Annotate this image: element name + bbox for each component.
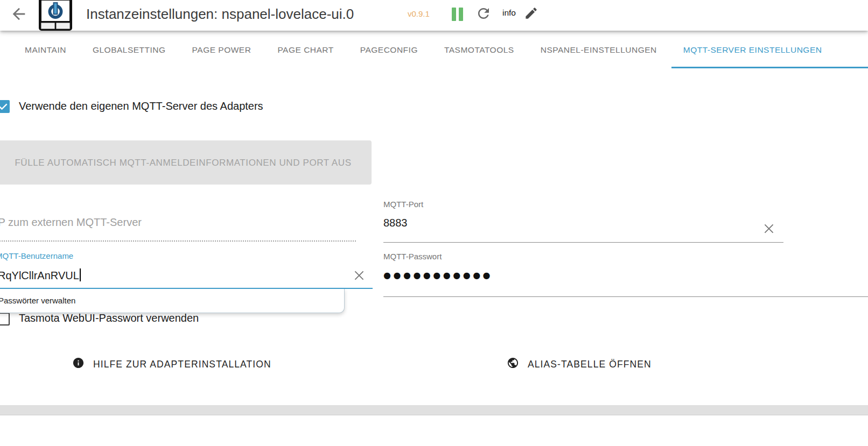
power-icon <box>46 2 65 20</box>
password-autocomplete-dropdown: Passwörter verwalten <box>0 289 345 313</box>
tab-maintain[interactable]: MAINTAIN <box>25 31 66 69</box>
autofill-mqtt-credentials-button[interactable]: FÜLLE AUTOMATISCH MQTT-ANMELDEINFORMATIO… <box>0 140 372 185</box>
info-circle-icon <box>72 357 85 372</box>
external-mqtt-ip-input[interactable]: IP zum externen MQTT-Server <box>0 216 142 229</box>
reload-instance-button[interactable] <box>475 5 492 23</box>
app-header: Instanzeinstellungen: nspanel-lovelace-u… <box>0 0 868 31</box>
mqtt-password-label: MQTT-Passwort <box>383 252 442 261</box>
nspanel-screen <box>41 1 69 21</box>
external-mqtt-ip-underline <box>0 240 356 242</box>
tab-page-chart[interactable]: PAGE CHART <box>277 31 333 69</box>
mqtt-port-label: MQTT-Port <box>383 200 423 209</box>
use-own-mqtt-checkbox[interactable] <box>0 100 10 113</box>
manage-passwords-item[interactable]: Passwörter verwalten <box>0 289 344 313</box>
mqtt-password-underline <box>383 296 868 297</box>
mqtt-port-input[interactable]: 8883 <box>383 217 408 229</box>
close-icon <box>762 229 776 237</box>
globe-icon <box>507 357 519 372</box>
instance-settings-page: Instanzeinstellungen: nspanel-lovelace-u… <box>0 0 868 446</box>
settings-tab-bar: MAINTAIN GLOBALSETTING PAGE POWER PAGE C… <box>0 31 868 69</box>
use-own-mqtt-label[interactable]: Verwende den eigenen MQTT-Server des Ada… <box>19 100 263 112</box>
page-title: Instanzeinstellungen: nspanel-lovelace-u… <box>86 6 354 23</box>
nspanel-buttons <box>41 23 70 29</box>
adapter-logo <box>39 0 72 31</box>
adapter-install-help-label: HILFE ZUR ADAPTERINSTALLATION <box>93 359 271 370</box>
version-badge: v0.9.1 <box>408 9 430 18</box>
open-alias-table-label: ALIAS-TABELLE ÖFFNEN <box>528 359 652 370</box>
tab-tasmotatools[interactable]: TASMOTATOOLS <box>444 31 514 69</box>
bottom-toolbar <box>0 405 868 415</box>
tab-globalsetting[interactable]: GLOBALSETTING <box>93 31 166 69</box>
open-alias-table-button[interactable]: ALIAS-TABELLE ÖFFNEN <box>507 357 652 372</box>
arrow-back-icon <box>10 17 28 25</box>
adapter-install-help-button[interactable]: HILFE ZUR ADAPTERINSTALLATION <box>72 357 271 372</box>
close-icon <box>352 276 366 284</box>
mqtt-port-underline <box>383 242 783 243</box>
mqtt-username-underline <box>0 288 373 289</box>
use-tasmota-password-label[interactable]: Tasmota WebUI-Passwort verwenden <box>19 312 199 324</box>
tab-nspanel-einstellungen[interactable]: NSPANEL-EINSTELLUNGEN <box>541 31 657 69</box>
tab-pageconfig[interactable]: PAGECONFIG <box>360 31 418 69</box>
pause-instance-button[interactable] <box>451 7 466 22</box>
log-level-info-label[interactable]: info <box>502 8 516 18</box>
mqtt-password-input[interactable]: ●●●●●●●●●●● <box>383 270 493 280</box>
tab-page-power[interactable]: PAGE POWER <box>192 31 251 69</box>
pencil-icon <box>524 14 538 22</box>
refresh-icon <box>475 15 492 23</box>
text-caret <box>80 268 81 281</box>
use-tasmota-password-checkbox[interactable] <box>0 313 10 325</box>
edit-button[interactable] <box>523 6 538 21</box>
clear-port-button[interactable] <box>761 221 777 237</box>
mqtt-username-input[interactable]: RqYlCllrAnRVUL <box>0 268 81 282</box>
back-button[interactable] <box>9 5 29 24</box>
clear-username-button[interactable] <box>351 268 367 284</box>
tab-mqtt-server-einstellungen[interactable]: MQTT-SERVER EINSTELLUNGEN <box>683 31 822 69</box>
mqtt-username-label: MQTT-Benutzername <box>0 251 73 260</box>
